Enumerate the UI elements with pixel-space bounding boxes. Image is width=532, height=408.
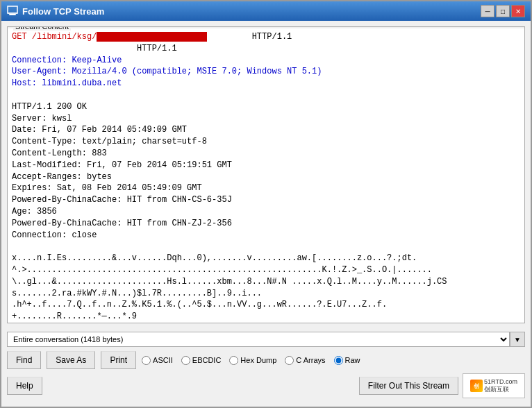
print-button[interactable]: Print: [101, 351, 136, 369]
watermark-line2: 创新互联: [484, 385, 517, 394]
carrays-label: C Arrays: [296, 356, 325, 364]
ascii-radio[interactable]: [142, 356, 151, 365]
save-as-button[interactable]: Save As: [47, 351, 95, 369]
ebcdic-radio-label[interactable]: EBCDIC: [181, 356, 222, 365]
svg-rect-0: [8, 6, 17, 13]
bottom-right-area: Filter Out This Stream 创 51RTD.com 创新互联: [359, 373, 525, 398]
hexdump-label: Hex Dump: [240, 356, 276, 364]
stream-group-label: Stream Content: [13, 26, 71, 31]
logo-area: 创 51RTD.com 创新互联: [463, 373, 525, 398]
logo-text: 51RTD.com 创新互联: [484, 378, 517, 394]
stream-text: GET /libmini/ksg/██████████████████████ …: [12, 31, 520, 323]
maximize-button[interactable]: □: [496, 5, 510, 17]
stream-content-area[interactable]: GET /libmini/ksg/██████████████████████ …: [8, 28, 524, 323]
ebcdic-label: EBCDIC: [192, 356, 222, 364]
window-title: Follow TCP Stream: [22, 6, 104, 17]
controls-row: Find Save As Print ASCII EBCDIC Hex Dump: [7, 351, 525, 369]
ebcdic-radio[interactable]: [181, 356, 190, 365]
encoding-radio-group: ASCII EBCDIC Hex Dump C Arrays Raw: [142, 356, 525, 365]
logo-icon: 创: [470, 380, 483, 392]
minimize-button[interactable]: ─: [481, 5, 494, 17]
filter-button[interactable]: Filter Out This Stream: [359, 377, 458, 395]
svg-rect-2: [9, 14, 16, 15]
find-button[interactable]: Find: [7, 351, 41, 369]
hexdump-radio[interactable]: [229, 356, 238, 365]
title-buttons: ─ □ ✕: [481, 5, 525, 17]
ascii-label: ASCII: [153, 356, 173, 364]
watermark-line1: 51RTD.com: [484, 378, 517, 385]
main-window: Follow TCP Stream ─ □ ✕ Stream Content G…: [0, 0, 532, 408]
raw-label: Raw: [345, 356, 360, 364]
hexdump-radio-label[interactable]: Hex Dump: [229, 356, 276, 365]
close-button[interactable]: ✕: [511, 5, 525, 17]
main-content: Stream Content GET /libmini/ksg/████████…: [1, 21, 531, 407]
carrays-radio[interactable]: [285, 356, 294, 365]
stream-content-group: Stream Content GET /libmini/ksg/████████…: [7, 26, 525, 323]
logo-content: 创 51RTD.com 创新互联: [470, 378, 517, 394]
dropdown-row: Entire conversation (1418 bytes) ▼: [7, 332, 525, 347]
title-bar-left: Follow TCP Stream: [7, 6, 104, 17]
title-bar: Follow TCP Stream ─ □ ✕: [1, 1, 531, 21]
raw-radio-label[interactable]: Raw: [334, 356, 360, 365]
window-icon: [7, 6, 18, 17]
help-button[interactable]: Help: [7, 377, 42, 395]
bottom-row: Help Filter Out This Stream 创 51RTD.com …: [7, 373, 525, 401]
conversation-select[interactable]: Entire conversation (1418 bytes): [7, 332, 510, 347]
raw-radio[interactable]: [334, 356, 343, 365]
logo-icon-row: 创 51RTD.com 创新互联: [470, 378, 517, 394]
ascii-radio-label[interactable]: ASCII: [142, 356, 173, 365]
carrays-radio-label[interactable]: C Arrays: [285, 356, 325, 365]
dropdown-arrow[interactable]: ▼: [510, 332, 525, 347]
